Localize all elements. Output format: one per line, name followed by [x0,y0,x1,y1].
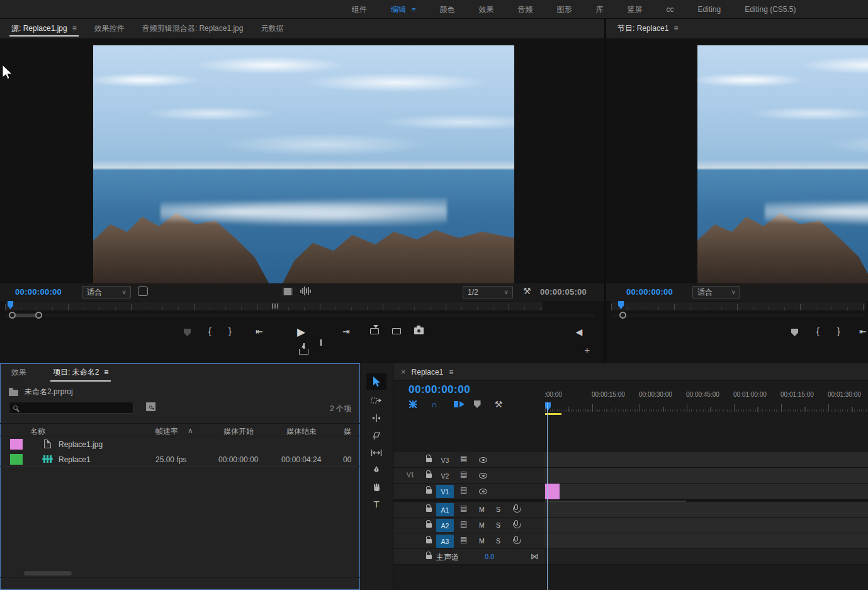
program-time-ruler[interactable] [611,302,865,310]
audio-track-lane[interactable] [544,533,868,548]
source-zoom-select[interactable]: 适合˅ [82,286,131,298]
voice-over-record-icon[interactable] [514,536,518,542]
panel-menu-icon[interactable]: ≡ [104,368,108,377]
go-to-out-button[interactable]: ⇥ [342,326,350,336]
lock-icon[interactable] [426,458,432,462]
drag-audio-icon[interactable] [300,286,311,295]
video-track-lane[interactable] [544,484,868,499]
source-zoom-scrollbar[interactable] [5,312,595,319]
source-panel-tab[interactable]: 音频剪辑混合器: Replace1.jpg≡ [133,18,252,40]
track-target-toggle[interactable]: V2 [436,469,454,482]
type-tool[interactable]: T [366,496,386,512]
close-icon[interactable]: × [401,367,406,377]
program-panel-tab[interactable]: 节目: Replace1≡ [609,19,687,40]
track-target-toggle[interactable]: A2 [436,519,454,532]
voice-over-record-icon[interactable] [514,504,518,510]
program-preview-image[interactable] [697,45,868,283]
sequence-tab-label[interactable]: Replace1 [412,368,444,377]
track-target-toggle[interactable]: V1 [436,485,454,498]
source-preview-image[interactable] [93,45,514,283]
go-to-in-button[interactable]: ⇤ [256,326,263,336]
lock-icon[interactable] [426,555,432,559]
timeline-playhead-line[interactable] [547,402,548,590]
go-to-in-button[interactable]: ⇤ [859,326,867,336]
search-input[interactable] [9,402,133,414]
ripple-edit-tool[interactable] [366,410,386,426]
sync-lock-icon[interactable]: ▤ [460,470,467,479]
item-name[interactable]: Replace1.jpg [59,440,103,449]
export-media-button[interactable] [299,349,308,355]
column-media-duration[interactable]: 媒 [344,426,351,437]
track-target-toggle[interactable]: V3 [436,453,454,467]
program-zoom-select[interactable]: 适合˅ [692,286,740,298]
column-framerate[interactable]: 帧速率 [155,426,178,437]
slip-tool[interactable] [366,445,386,461]
sync-lock-icon[interactable]: ▤ [460,504,467,513]
new-search-bin-button[interactable] [146,402,155,411]
razor-tool[interactable] [366,428,386,444]
workspace-tab[interactable]: Editing (CS5.5)≡ [733,5,808,14]
workspace-tab[interactable]: cc≡ [654,5,685,14]
mute-button[interactable]: M [479,506,485,513]
toggle-track-output-icon[interactable] [479,457,487,463]
audio-track-lane[interactable] [544,502,868,517]
panel-menu-icon[interactable]: ≡ [674,24,678,33]
add-marker-button[interactable] [184,329,191,336]
timeline-ruler[interactable] [545,402,868,412]
track-target-toggle[interactable]: A3 [436,535,454,548]
workspace-tab[interactable]: 竖屏≡ [615,4,654,15]
workspace-tab[interactable]: 效果≡ [466,4,505,15]
hscroll-thumb[interactable] [24,571,72,576]
mute-button[interactable]: M [479,521,485,529]
nest-insert-button[interactable] [407,399,419,410]
tab-effects[interactable]: 效果 [4,363,34,382]
workspace-tab[interactable]: 编辑≡ [379,4,427,15]
timeline-playhead-timecode[interactable]: 00:00:00:00 [409,383,470,396]
mark-in-button[interactable]: { [208,326,211,336]
project-item-row[interactable]: Replace1 25.00 fps 00:00:00:00 00:00:04:… [0,452,360,467]
lock-icon[interactable] [426,523,432,528]
program-zoom-scrollbar[interactable] [611,312,865,319]
source-current-timecode[interactable]: 00:00:00:00 [15,287,62,297]
workspace-tab[interactable]: 音频≡ [505,4,544,15]
lock-icon[interactable] [426,489,432,494]
lock-icon[interactable] [426,539,432,543]
scrollbar-grip-icon[interactable] [272,304,279,309]
settings-wrench-icon[interactable]: ⚒ [523,286,531,296]
sync-lock-icon[interactable]: ▤ [460,485,467,494]
column-name[interactable]: 名称 [30,426,45,437]
sync-lock-icon[interactable]: ▤ [460,535,467,544]
voice-over-record-icon[interactable] [514,520,518,526]
linked-selection-button[interactable] [450,399,461,410]
video-track-lane[interactable] [544,468,868,483]
audio-track-lane[interactable] [544,518,868,533]
source-monitor-view[interactable] [0,39,604,283]
workspace-tab[interactable]: 图形≡ [544,4,583,15]
program-current-timecode[interactable]: 00:00:00:00 [626,287,673,297]
playback-resolution-select[interactable]: 1/2˅ [463,286,513,298]
mark-out-button[interactable]: } [228,326,232,336]
pen-tool[interactable] [366,462,386,478]
source-panel-tab[interactable]: 源: Replace1.jpg≡ [3,18,86,40]
mark-out-button[interactable]: } [837,326,840,336]
insert-button[interactable] [370,328,379,334]
selection-tool[interactable] [366,373,386,390]
project-bin-row[interactable]: 未命名2.prproj [9,387,73,397]
zoom-handle-right[interactable] [35,312,42,319]
snap-magnet-button[interactable]: ∩ [429,399,440,410]
hand-tool[interactable] [366,479,386,495]
add-marker-button[interactable] [471,399,483,410]
source-patch-label[interactable]: V1 [402,472,419,479]
sync-lock-icon[interactable]: ▤ [460,519,467,528]
panel-menu-icon[interactable]: ≡ [72,24,77,33]
label-color-swatch[interactable] [10,439,23,450]
panel-menu-icon[interactable]: ≡ [412,6,415,13]
source-panel-tab[interactable]: 效果控件≡ [86,18,133,40]
solo-button[interactable]: S [496,521,500,529]
column-media-start[interactable]: 媒体开始 [223,426,254,437]
panel-menu-icon[interactable]: ≡ [449,368,453,377]
add-marker-button[interactable] [791,329,798,336]
export-frame-button[interactable] [414,327,424,334]
item-name[interactable]: Replace1 [59,455,91,464]
project-item-row[interactable]: Replace1.jpg [0,437,360,452]
